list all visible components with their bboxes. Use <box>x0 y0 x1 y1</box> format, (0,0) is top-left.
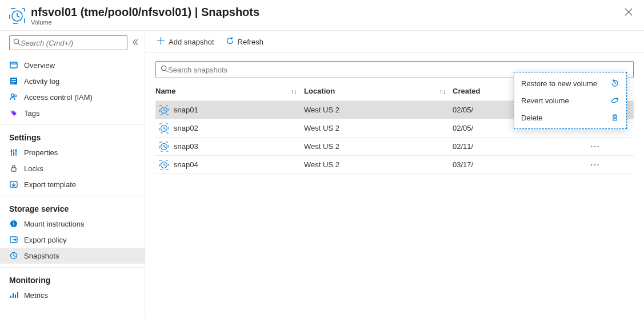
sidebar-item-label: Snapshots <box>24 252 59 260</box>
svg-point-8 <box>11 94 14 97</box>
sidebar-item-label: Metrics <box>24 291 48 300</box>
sidebar-item-label: Export policy <box>24 236 66 244</box>
add-snapshot-button[interactable]: Add snapshot <box>157 37 214 47</box>
sort-icon: ↑↓ <box>291 88 297 95</box>
delete-icon <box>610 113 619 122</box>
cell-created: 02/11/ <box>453 142 584 151</box>
cell-location: West US 2 <box>304 124 453 132</box>
sidebar-item-iam[interactable]: Access control (IAM) <box>0 89 145 105</box>
column-header-location[interactable]: Location ↑↓ <box>304 87 453 95</box>
sidebar-item-activity-log[interactable]: Activity log <box>0 73 145 89</box>
tags-icon <box>9 108 18 118</box>
row-menu-button[interactable]: ··· <box>584 160 607 169</box>
svg-point-20 <box>161 66 166 70</box>
activity-log-icon <box>9 76 18 86</box>
cell-name: snap03 <box>174 142 198 151</box>
refresh-button[interactable]: Refresh <box>226 37 264 47</box>
snapshot-icon <box>159 105 169 115</box>
svg-point-30 <box>616 98 618 99</box>
sidebar-item-mount[interactable]: i Mount instructions <box>0 216 145 232</box>
sidebar: Overview Activity log Access control (IA… <box>0 31 145 319</box>
snapshot-icon <box>159 142 169 152</box>
metrics-icon <box>9 290 18 300</box>
plus-icon <box>157 37 165 47</box>
sidebar-item-label: Export template <box>24 180 76 189</box>
sidebar-item-label: Activity log <box>24 77 59 86</box>
svg-rect-3 <box>10 62 17 68</box>
svg-point-13 <box>15 150 17 152</box>
sidebar-item-label: Overview <box>24 61 55 70</box>
sidebar-heading-settings: Settings <box>0 128 145 144</box>
sidebar-item-label: Locks <box>24 164 43 173</box>
sidebar-item-snapshots[interactable]: Snapshots <box>0 248 145 264</box>
svg-point-2 <box>14 39 18 43</box>
sidebar-search[interactable] <box>9 35 127 50</box>
mount-icon: i <box>9 219 18 228</box>
restore-icon <box>610 79 619 88</box>
context-restore[interactable]: Restore to new volume <box>514 75 626 92</box>
add-snapshot-label: Add snapshot <box>169 38 214 46</box>
divider <box>0 124 145 125</box>
sidebar-item-export-template[interactable]: Export template <box>0 176 145 192</box>
cell-location: West US 2 <box>304 106 453 114</box>
cell-name: snap01 <box>174 106 198 114</box>
column-header-name[interactable]: Name ↑↓ <box>155 87 304 95</box>
context-revert[interactable]: Revert volume <box>514 92 626 109</box>
sidebar-item-locks[interactable]: Locks <box>0 160 145 176</box>
svg-rect-14 <box>11 168 16 171</box>
page-subtitle: Volume <box>31 19 622 26</box>
sidebar-item-tags[interactable]: Tags <box>0 105 145 121</box>
sidebar-item-label: Access control (IAM) <box>24 93 93 102</box>
export-template-icon <box>9 180 18 189</box>
svg-rect-7 <box>11 83 14 83</box>
sidebar-item-export-policy[interactable]: Export policy <box>0 232 145 248</box>
search-icon <box>13 38 21 47</box>
svg-point-12 <box>13 153 15 155</box>
sidebar-heading-monitoring: Monitoring <box>0 271 145 287</box>
export-policy-icon <box>9 235 18 244</box>
refresh-icon <box>226 37 234 47</box>
close-button[interactable] <box>622 6 635 21</box>
cell-name: snap02 <box>174 124 198 132</box>
sidebar-heading-storage: Storage service <box>0 200 145 216</box>
sidebar-item-label: Properties <box>24 148 58 157</box>
revert-icon <box>610 96 619 105</box>
volume-clock-icon <box>9 8 25 26</box>
context-item-label: Revert volume <box>521 96 569 105</box>
snapshot-icon <box>159 160 169 170</box>
sidebar-item-label: Mount instructions <box>24 220 85 228</box>
sidebar-item-metrics[interactable]: Metrics <box>0 287 145 303</box>
svg-point-11 <box>11 151 13 152</box>
refresh-label: Refresh <box>238 38 264 46</box>
cell-created: 03/17/ <box>453 160 584 169</box>
collapse-sidebar-button[interactable] <box>132 39 139 47</box>
iam-icon <box>9 92 18 102</box>
svg-point-9 <box>14 95 17 97</box>
cell-location: West US 2 <box>304 142 453 151</box>
svg-text:i: i <box>13 221 15 227</box>
page-title: nfsvol01 (tme/pool0/nfsvol01) | Snapshot… <box>31 6 622 19</box>
cell-location: West US 2 <box>304 160 453 169</box>
snapshot-icon <box>159 123 169 134</box>
context-delete[interactable]: Delete <box>514 109 626 126</box>
main-content: Add snapshot Refresh Name ↑↓ <box>145 31 644 319</box>
sidebar-item-label: Tags <box>24 109 39 118</box>
properties-icon <box>9 148 18 157</box>
sidebar-search-input[interactable] <box>21 39 123 47</box>
snapshots-icon <box>9 251 18 260</box>
sidebar-item-properties[interactable]: Properties <box>0 144 145 160</box>
search-icon <box>161 65 168 74</box>
context-item-label: Delete <box>521 114 543 122</box>
divider <box>0 196 145 196</box>
svg-rect-6 <box>11 81 16 82</box>
table-row[interactable]: snap03West US 202/11/··· <box>155 138 634 156</box>
context-menu: Restore to new volume Revert volume Dele… <box>514 72 627 129</box>
sidebar-item-overview[interactable]: Overview <box>0 57 145 73</box>
divider <box>0 267 145 268</box>
cell-name: snap04 <box>174 160 198 169</box>
locks-icon <box>9 164 18 173</box>
sort-icon: ↑↓ <box>439 88 446 95</box>
table-row[interactable]: snap04West US 203/17/··· <box>155 156 634 174</box>
overview-icon <box>9 60 18 70</box>
row-menu-button[interactable]: ··· <box>584 142 607 151</box>
